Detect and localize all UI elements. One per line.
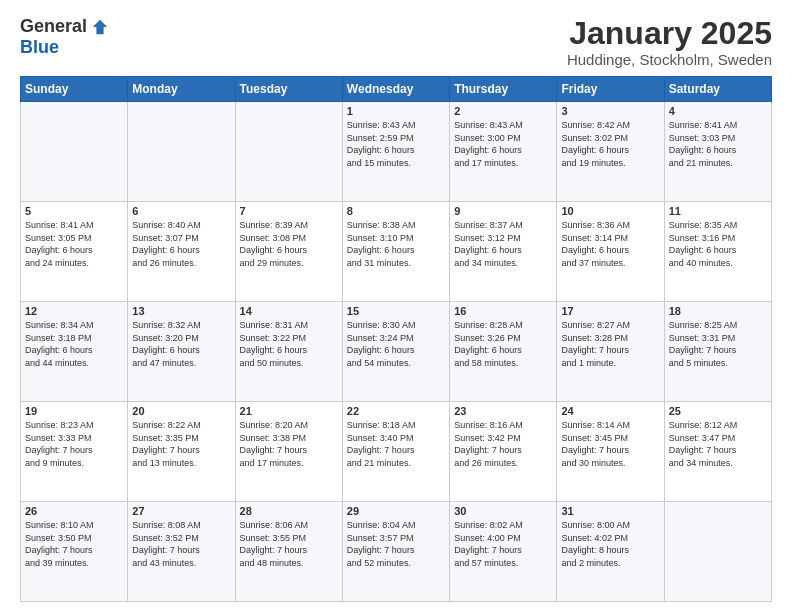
table-cell: 11Sunrise: 8:35 AM Sunset: 3:16 PM Dayli… <box>664 202 771 302</box>
table-cell: 3Sunrise: 8:42 AM Sunset: 3:02 PM Daylig… <box>557 102 664 202</box>
day-info: Sunrise: 8:43 AM Sunset: 3:00 PM Dayligh… <box>454 119 552 169</box>
header-thursday: Thursday <box>450 77 557 102</box>
day-info: Sunrise: 8:00 AM Sunset: 4:02 PM Dayligh… <box>561 519 659 569</box>
day-number: 4 <box>669 105 767 117</box>
table-cell: 13Sunrise: 8:32 AM Sunset: 3:20 PM Dayli… <box>128 302 235 402</box>
table-cell: 15Sunrise: 8:30 AM Sunset: 3:24 PM Dayli… <box>342 302 449 402</box>
day-number: 9 <box>454 205 552 217</box>
day-info: Sunrise: 8:36 AM Sunset: 3:14 PM Dayligh… <box>561 219 659 269</box>
day-number: 2 <box>454 105 552 117</box>
day-number: 10 <box>561 205 659 217</box>
header-sunday: Sunday <box>21 77 128 102</box>
day-info: Sunrise: 8:22 AM Sunset: 3:35 PM Dayligh… <box>132 419 230 469</box>
day-info: Sunrise: 8:27 AM Sunset: 3:28 PM Dayligh… <box>561 319 659 369</box>
day-number: 19 <box>25 405 123 417</box>
day-number: 28 <box>240 505 338 517</box>
day-info: Sunrise: 8:25 AM Sunset: 3:31 PM Dayligh… <box>669 319 767 369</box>
day-info: Sunrise: 8:10 AM Sunset: 3:50 PM Dayligh… <box>25 519 123 569</box>
day-number: 6 <box>132 205 230 217</box>
day-info: Sunrise: 8:37 AM Sunset: 3:12 PM Dayligh… <box>454 219 552 269</box>
svg-marker-0 <box>93 19 107 33</box>
day-info: Sunrise: 8:38 AM Sunset: 3:10 PM Dayligh… <box>347 219 445 269</box>
day-number: 30 <box>454 505 552 517</box>
table-cell: 7Sunrise: 8:39 AM Sunset: 3:08 PM Daylig… <box>235 202 342 302</box>
day-number: 16 <box>454 305 552 317</box>
header-monday: Monday <box>128 77 235 102</box>
header-tuesday: Tuesday <box>235 77 342 102</box>
weekday-header-row: Sunday Monday Tuesday Wednesday Thursday… <box>21 77 772 102</box>
table-cell: 30Sunrise: 8:02 AM Sunset: 4:00 PM Dayli… <box>450 502 557 602</box>
table-cell: 16Sunrise: 8:28 AM Sunset: 3:26 PM Dayli… <box>450 302 557 402</box>
day-info: Sunrise: 8:41 AM Sunset: 3:05 PM Dayligh… <box>25 219 123 269</box>
table-cell: 5Sunrise: 8:41 AM Sunset: 3:05 PM Daylig… <box>21 202 128 302</box>
day-info: Sunrise: 8:08 AM Sunset: 3:52 PM Dayligh… <box>132 519 230 569</box>
day-info: Sunrise: 8:42 AM Sunset: 3:02 PM Dayligh… <box>561 119 659 169</box>
day-number: 17 <box>561 305 659 317</box>
day-info: Sunrise: 8:23 AM Sunset: 3:33 PM Dayligh… <box>25 419 123 469</box>
day-info: Sunrise: 8:12 AM Sunset: 3:47 PM Dayligh… <box>669 419 767 469</box>
day-info: Sunrise: 8:14 AM Sunset: 3:45 PM Dayligh… <box>561 419 659 469</box>
table-cell: 27Sunrise: 8:08 AM Sunset: 3:52 PM Dayli… <box>128 502 235 602</box>
table-cell: 20Sunrise: 8:22 AM Sunset: 3:35 PM Dayli… <box>128 402 235 502</box>
table-cell: 19Sunrise: 8:23 AM Sunset: 3:33 PM Dayli… <box>21 402 128 502</box>
day-info: Sunrise: 8:34 AM Sunset: 3:18 PM Dayligh… <box>25 319 123 369</box>
day-number: 15 <box>347 305 445 317</box>
table-cell: 12Sunrise: 8:34 AM Sunset: 3:18 PM Dayli… <box>21 302 128 402</box>
day-number: 29 <box>347 505 445 517</box>
day-info: Sunrise: 8:39 AM Sunset: 3:08 PM Dayligh… <box>240 219 338 269</box>
table-cell <box>235 102 342 202</box>
day-info: Sunrise: 8:16 AM Sunset: 3:42 PM Dayligh… <box>454 419 552 469</box>
table-cell: 2Sunrise: 8:43 AM Sunset: 3:00 PM Daylig… <box>450 102 557 202</box>
day-number: 22 <box>347 405 445 417</box>
day-number: 27 <box>132 505 230 517</box>
week-row-5: 26Sunrise: 8:10 AM Sunset: 3:50 PM Dayli… <box>21 502 772 602</box>
table-cell: 6Sunrise: 8:40 AM Sunset: 3:07 PM Daylig… <box>128 202 235 302</box>
table-cell: 9Sunrise: 8:37 AM Sunset: 3:12 PM Daylig… <box>450 202 557 302</box>
table-cell <box>128 102 235 202</box>
table-cell: 18Sunrise: 8:25 AM Sunset: 3:31 PM Dayli… <box>664 302 771 402</box>
day-info: Sunrise: 8:32 AM Sunset: 3:20 PM Dayligh… <box>132 319 230 369</box>
logo-general-text: General <box>20 16 87 37</box>
day-number: 31 <box>561 505 659 517</box>
day-number: 11 <box>669 205 767 217</box>
day-number: 26 <box>25 505 123 517</box>
table-cell: 25Sunrise: 8:12 AM Sunset: 3:47 PM Dayli… <box>664 402 771 502</box>
header: General Blue January 2025 Huddinge, Stoc… <box>20 16 772 68</box>
table-cell: 1Sunrise: 8:43 AM Sunset: 2:59 PM Daylig… <box>342 102 449 202</box>
day-info: Sunrise: 8:18 AM Sunset: 3:40 PM Dayligh… <box>347 419 445 469</box>
day-info: Sunrise: 8:31 AM Sunset: 3:22 PM Dayligh… <box>240 319 338 369</box>
day-number: 24 <box>561 405 659 417</box>
day-info: Sunrise: 8:35 AM Sunset: 3:16 PM Dayligh… <box>669 219 767 269</box>
calendar-table: Sunday Monday Tuesday Wednesday Thursday… <box>20 76 772 602</box>
day-number: 3 <box>561 105 659 117</box>
day-info: Sunrise: 8:04 AM Sunset: 3:57 PM Dayligh… <box>347 519 445 569</box>
logo-blue-text: Blue <box>20 37 59 58</box>
table-cell: 8Sunrise: 8:38 AM Sunset: 3:10 PM Daylig… <box>342 202 449 302</box>
table-cell: 14Sunrise: 8:31 AM Sunset: 3:22 PM Dayli… <box>235 302 342 402</box>
table-cell: 22Sunrise: 8:18 AM Sunset: 3:40 PM Dayli… <box>342 402 449 502</box>
table-cell: 23Sunrise: 8:16 AM Sunset: 3:42 PM Dayli… <box>450 402 557 502</box>
page: General Blue January 2025 Huddinge, Stoc… <box>0 0 792 612</box>
day-number: 23 <box>454 405 552 417</box>
day-number: 25 <box>669 405 767 417</box>
header-friday: Friday <box>557 77 664 102</box>
day-number: 13 <box>132 305 230 317</box>
day-info: Sunrise: 8:20 AM Sunset: 3:38 PM Dayligh… <box>240 419 338 469</box>
table-cell: 29Sunrise: 8:04 AM Sunset: 3:57 PM Dayli… <box>342 502 449 602</box>
day-number: 5 <box>25 205 123 217</box>
day-info: Sunrise: 8:06 AM Sunset: 3:55 PM Dayligh… <box>240 519 338 569</box>
week-row-1: 1Sunrise: 8:43 AM Sunset: 2:59 PM Daylig… <box>21 102 772 202</box>
day-number: 7 <box>240 205 338 217</box>
day-number: 14 <box>240 305 338 317</box>
table-cell: 17Sunrise: 8:27 AM Sunset: 3:28 PM Dayli… <box>557 302 664 402</box>
table-cell: 4Sunrise: 8:41 AM Sunset: 3:03 PM Daylig… <box>664 102 771 202</box>
header-saturday: Saturday <box>664 77 771 102</box>
day-number: 21 <box>240 405 338 417</box>
day-number: 12 <box>25 305 123 317</box>
week-row-2: 5Sunrise: 8:41 AM Sunset: 3:05 PM Daylig… <box>21 202 772 302</box>
month-title: January 2025 <box>567 16 772 51</box>
day-info: Sunrise: 8:41 AM Sunset: 3:03 PM Dayligh… <box>669 119 767 169</box>
day-number: 20 <box>132 405 230 417</box>
location-title: Huddinge, Stockholm, Sweden <box>567 51 772 68</box>
table-cell: 21Sunrise: 8:20 AM Sunset: 3:38 PM Dayli… <box>235 402 342 502</box>
